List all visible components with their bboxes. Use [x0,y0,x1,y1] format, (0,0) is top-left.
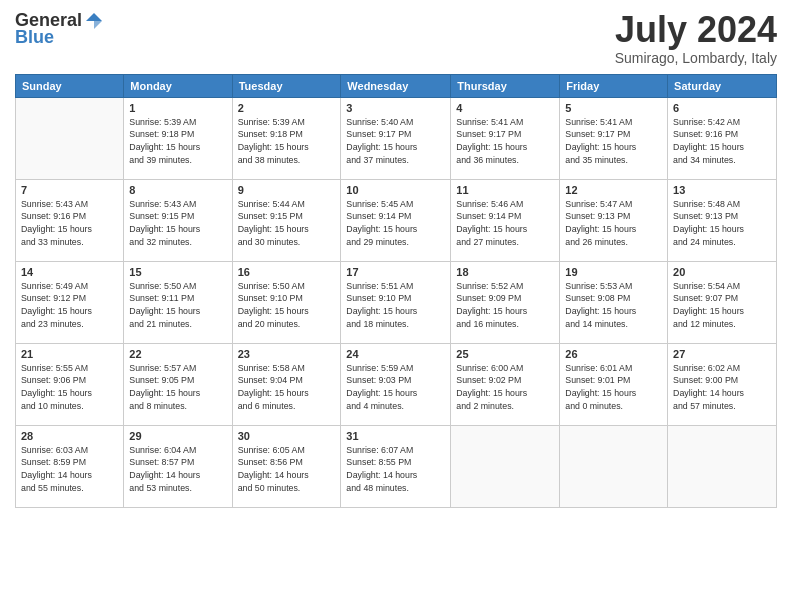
day-number: 5 [565,102,662,114]
day-number: 10 [346,184,445,196]
cell-info: Sunrise: 5:50 AM Sunset: 9:10 PM Dayligh… [238,280,336,331]
day-number: 11 [456,184,554,196]
calendar-cell: 17Sunrise: 5:51 AM Sunset: 9:10 PM Dayli… [341,261,451,343]
cell-info: Sunrise: 5:46 AM Sunset: 9:14 PM Dayligh… [456,198,554,249]
calendar-cell: 3Sunrise: 5:40 AM Sunset: 9:17 PM Daylig… [341,97,451,179]
cell-info: Sunrise: 5:41 AM Sunset: 9:17 PM Dayligh… [456,116,554,167]
week-row-3: 14Sunrise: 5:49 AM Sunset: 9:12 PM Dayli… [16,261,777,343]
calendar-cell: 31Sunrise: 6:07 AM Sunset: 8:55 PM Dayli… [341,425,451,507]
day-number: 9 [238,184,336,196]
day-number: 16 [238,266,336,278]
day-number: 7 [21,184,118,196]
cell-info: Sunrise: 6:01 AM Sunset: 9:01 PM Dayligh… [565,362,662,413]
cell-info: Sunrise: 6:00 AM Sunset: 9:02 PM Dayligh… [456,362,554,413]
col-header-thursday: Thursday [451,74,560,97]
cell-info: Sunrise: 5:44 AM Sunset: 9:15 PM Dayligh… [238,198,336,249]
day-number: 30 [238,430,336,442]
calendar-cell: 24Sunrise: 5:59 AM Sunset: 9:03 PM Dayli… [341,343,451,425]
cell-info: Sunrise: 5:41 AM Sunset: 9:17 PM Dayligh… [565,116,662,167]
cell-info: Sunrise: 6:02 AM Sunset: 9:00 PM Dayligh… [673,362,771,413]
week-row-2: 7Sunrise: 5:43 AM Sunset: 9:16 PM Daylig… [16,179,777,261]
cell-info: Sunrise: 5:42 AM Sunset: 9:16 PM Dayligh… [673,116,771,167]
calendar-cell: 29Sunrise: 6:04 AM Sunset: 8:57 PM Dayli… [124,425,232,507]
cell-info: Sunrise: 5:54 AM Sunset: 9:07 PM Dayligh… [673,280,771,331]
cell-info: Sunrise: 6:05 AM Sunset: 8:56 PM Dayligh… [238,444,336,495]
cell-info: Sunrise: 5:50 AM Sunset: 9:11 PM Dayligh… [129,280,226,331]
col-header-monday: Monday [124,74,232,97]
calendar-cell: 30Sunrise: 6:05 AM Sunset: 8:56 PM Dayli… [232,425,341,507]
calendar-cell: 19Sunrise: 5:53 AM Sunset: 9:08 PM Dayli… [560,261,668,343]
header: General Blue July 2024 Sumirago, Lombard… [15,10,777,66]
logo: General Blue [15,10,104,48]
day-number: 3 [346,102,445,114]
day-number: 14 [21,266,118,278]
logo-icon [84,11,104,31]
calendar-cell [451,425,560,507]
day-number: 19 [565,266,662,278]
svg-marker-1 [94,21,102,29]
cell-info: Sunrise: 5:43 AM Sunset: 9:15 PM Dayligh… [129,198,226,249]
cell-info: Sunrise: 5:39 AM Sunset: 9:18 PM Dayligh… [238,116,336,167]
day-number: 26 [565,348,662,360]
week-row-4: 21Sunrise: 5:55 AM Sunset: 9:06 PM Dayli… [16,343,777,425]
col-header-tuesday: Tuesday [232,74,341,97]
week-row-1: 1Sunrise: 5:39 AM Sunset: 9:18 PM Daylig… [16,97,777,179]
location: Sumirago, Lombardy, Italy [615,50,777,66]
col-header-sunday: Sunday [16,74,124,97]
day-number: 1 [129,102,226,114]
week-row-5: 28Sunrise: 6:03 AM Sunset: 8:59 PM Dayli… [16,425,777,507]
calendar-cell: 8Sunrise: 5:43 AM Sunset: 9:15 PM Daylig… [124,179,232,261]
cell-info: Sunrise: 5:43 AM Sunset: 9:16 PM Dayligh… [21,198,118,249]
calendar-cell: 1Sunrise: 5:39 AM Sunset: 9:18 PM Daylig… [124,97,232,179]
day-number: 17 [346,266,445,278]
calendar-cell: 7Sunrise: 5:43 AM Sunset: 9:16 PM Daylig… [16,179,124,261]
day-number: 2 [238,102,336,114]
calendar-cell: 14Sunrise: 5:49 AM Sunset: 9:12 PM Dayli… [16,261,124,343]
calendar-cell: 28Sunrise: 6:03 AM Sunset: 8:59 PM Dayli… [16,425,124,507]
day-number: 23 [238,348,336,360]
day-number: 21 [21,348,118,360]
cell-info: Sunrise: 6:04 AM Sunset: 8:57 PM Dayligh… [129,444,226,495]
col-header-saturday: Saturday [668,74,777,97]
cell-info: Sunrise: 5:59 AM Sunset: 9:03 PM Dayligh… [346,362,445,413]
calendar-cell: 4Sunrise: 5:41 AM Sunset: 9:17 PM Daylig… [451,97,560,179]
day-number: 25 [456,348,554,360]
calendar-cell: 22Sunrise: 5:57 AM Sunset: 9:05 PM Dayli… [124,343,232,425]
calendar-cell: 23Sunrise: 5:58 AM Sunset: 9:04 PM Dayli… [232,343,341,425]
calendar-cell: 5Sunrise: 5:41 AM Sunset: 9:17 PM Daylig… [560,97,668,179]
cell-info: Sunrise: 5:40 AM Sunset: 9:17 PM Dayligh… [346,116,445,167]
cell-info: Sunrise: 5:52 AM Sunset: 9:09 PM Dayligh… [456,280,554,331]
day-number: 20 [673,266,771,278]
calendar-cell: 11Sunrise: 5:46 AM Sunset: 9:14 PM Dayli… [451,179,560,261]
cell-info: Sunrise: 5:55 AM Sunset: 9:06 PM Dayligh… [21,362,118,413]
calendar-cell: 16Sunrise: 5:50 AM Sunset: 9:10 PM Dayli… [232,261,341,343]
calendar-cell: 21Sunrise: 5:55 AM Sunset: 9:06 PM Dayli… [16,343,124,425]
calendar-cell: 20Sunrise: 5:54 AM Sunset: 9:07 PM Dayli… [668,261,777,343]
day-number: 24 [346,348,445,360]
cell-info: Sunrise: 5:48 AM Sunset: 9:13 PM Dayligh… [673,198,771,249]
day-number: 6 [673,102,771,114]
day-number: 15 [129,266,226,278]
calendar-cell: 12Sunrise: 5:47 AM Sunset: 9:13 PM Dayli… [560,179,668,261]
cell-info: Sunrise: 5:47 AM Sunset: 9:13 PM Dayligh… [565,198,662,249]
day-number: 31 [346,430,445,442]
col-header-friday: Friday [560,74,668,97]
day-number: 28 [21,430,118,442]
calendar-cell [560,425,668,507]
calendar-table: SundayMondayTuesdayWednesdayThursdayFrid… [15,74,777,508]
cell-info: Sunrise: 5:45 AM Sunset: 9:14 PM Dayligh… [346,198,445,249]
cell-info: Sunrise: 5:58 AM Sunset: 9:04 PM Dayligh… [238,362,336,413]
day-number: 18 [456,266,554,278]
calendar-cell [668,425,777,507]
svg-marker-0 [86,13,102,21]
calendar-cell: 15Sunrise: 5:50 AM Sunset: 9:11 PM Dayli… [124,261,232,343]
day-number: 13 [673,184,771,196]
cell-info: Sunrise: 5:49 AM Sunset: 9:12 PM Dayligh… [21,280,118,331]
calendar-page: General Blue July 2024 Sumirago, Lombard… [0,0,792,518]
col-header-wednesday: Wednesday [341,74,451,97]
cell-info: Sunrise: 6:07 AM Sunset: 8:55 PM Dayligh… [346,444,445,495]
day-number: 22 [129,348,226,360]
day-number: 8 [129,184,226,196]
logo-blue-text: Blue [15,27,54,48]
calendar-cell [16,97,124,179]
